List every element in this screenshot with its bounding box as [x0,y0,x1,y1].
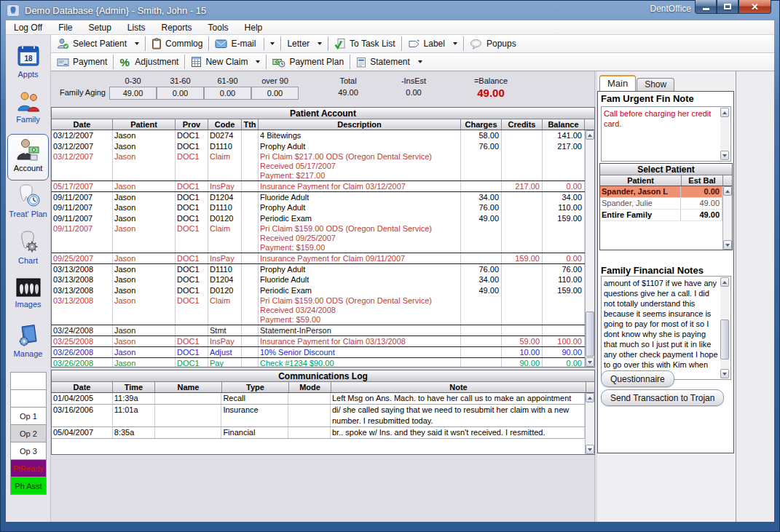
scroll-down-icon[interactable] [586,357,594,367]
column-header-credits[interactable]: Credits [502,119,543,130]
commlog-row[interactable]: 03/16/200611:01aInsurancedi/ she called … [52,405,585,427]
column-header-mode[interactable]: Mode [289,382,331,392]
module-treat-plan[interactable]: Treat' Plan [7,180,49,227]
op-cell-blank[interactable] [10,389,47,408]
maximize-button[interactable] [717,0,738,14]
column-header-date[interactable]: Date [52,382,113,392]
scroll-up-icon[interactable] [586,130,594,140]
scroll-down-icon[interactable] [720,369,729,378]
account-row[interactable]: 09/11/2007JasonDOC1ClaimPri Claim $159.0… [52,224,585,253]
op-cell-ptready[interactable]: PtReady [10,459,47,477]
account-row[interactable]: 03/13/2008JasonDOC1D0120Periodic Exam49.… [52,285,585,296]
scrollbar-thumb[interactable] [720,319,729,360]
menu-log-off[interactable]: Log Off [6,21,50,34]
menu-setup[interactable]: Setup [80,21,119,34]
menu-file[interactable]: File [50,21,80,34]
module-account[interactable]: Account [7,134,49,180]
column-header-patient[interactable]: Patient [600,175,682,186]
account-row[interactable]: 03/25/2008JasonDOC1InsPayInsurance Payme… [52,336,585,346]
label-button[interactable]: Label [402,35,463,52]
menu-help[interactable]: Help [237,21,271,34]
account-row[interactable]: 03/13/2008JasonDOC1D1110Prophy Adult76.0… [52,263,585,274]
select-patient-button[interactable]: Select Patient [51,35,145,52]
column-header-charges[interactable]: Charges [461,119,502,130]
e-mail-button[interactable]: E-mail [209,35,280,52]
select-patient-scrollbar[interactable] [722,186,732,250]
commlog-button[interactable]: Commlog [146,35,208,52]
op-cell-op-2[interactable]: Op 2 [10,424,47,442]
letter-button[interactable]: Letter [281,35,328,52]
urgent-note-box[interactable]: Call before charging her credit card. [601,106,731,162]
account-row[interactable]: 03/24/2008JasonStmtStatement-InPerson [52,325,585,336]
popups-button[interactable]: Popups [464,35,522,52]
column-header-prov[interactable]: Prov [176,119,208,130]
menu-lists[interactable]: Lists [119,21,154,34]
scrollbar-thumb[interactable] [586,311,594,357]
column-header-code[interactable]: Code [208,119,242,130]
patient-row-entire-family[interactable]: Entire Family 49.00 [600,210,722,221]
module-appts[interactable]: 18Appts [7,41,49,87]
commlog-scrollbar[interactable] [585,393,594,454]
account-row[interactable]: 09/25/2007JasonDOC1InsPayInsurance Payme… [52,253,585,263]
op-cell-op-3[interactable]: Op 3 [10,442,47,460]
scroll-up-icon[interactable] [720,108,729,117]
close-button[interactable]: ✕ [738,0,771,14]
adjustment-button[interactable]: %Adjustment [114,53,184,71]
column-header-name[interactable]: Name [155,382,222,392]
new-claim-button[interactable]: New Claim [185,53,266,71]
scroll-up-icon[interactable] [586,393,594,402]
account-row[interactable]: 03/26/2008JasonDOC1PayCheck #1234 $90.00… [52,357,585,367]
account-row[interactable]: 09/11/2007JasonDOC1D1204Fluoride Adult34… [52,191,585,202]
column-header-est-bal[interactable]: Est Bal [682,175,723,186]
minimize-button[interactable] [695,0,717,14]
op-cell-ph-asst[interactable]: Ph Asst [10,477,47,495]
module-images[interactable]: Images [7,274,49,320]
urgent-note-scrollbar[interactable] [720,108,730,160]
dropdown-arrow-icon[interactable] [418,60,422,63]
scroll-down-icon[interactable] [720,151,729,160]
column-header-note[interactable]: Note [331,382,586,392]
account-row[interactable]: 03/26/2008JasonDOC1Adjust10% Senior Disc… [52,346,585,357]
send-transaction-trojan-button[interactable]: Send Transaction to Trojan [601,389,724,406]
scroll-down-icon[interactable] [586,445,594,454]
account-row[interactable]: 03/12/2007JasonDOC1ClaimPri Claim $217.0… [52,152,585,180]
financial-notes-box[interactable]: amount of $1107 if we have any questions… [601,276,731,380]
dropdown-arrow-icon[interactable] [453,42,457,45]
scroll-up-icon[interactable] [720,277,729,287]
column-header-description[interactable]: Description [259,119,461,130]
account-row[interactable]: 09/11/2007JasonDOC1D0120Periodic Exam49.… [52,213,585,224]
column-header-balance[interactable]: Balance [543,119,585,130]
op-cell-blank[interactable] [10,372,47,390]
tab-show[interactable]: Show [637,78,674,91]
patient-row-spander-jason-l[interactable]: Spander, Jason L 0.00 [600,186,722,198]
to-task-list-button[interactable]: To Task List [328,35,401,52]
menu-tools[interactable]: Tools [200,21,237,34]
scroll-up-icon[interactable] [723,186,732,196]
account-scrollbar[interactable] [585,130,594,367]
account-row[interactable]: 03/12/2007JasonDOC1D02744 Bitewings58.00… [52,130,585,141]
payment-plan-button[interactable]: Payment Plan [267,53,350,71]
module-chart[interactable]: Chart [7,227,49,274]
column-header-time[interactable]: Time [113,382,155,392]
commlog-row[interactable]: 05/04/20078:35aFinancialbr.. spoke w/ In… [52,427,585,439]
questionnaire-button[interactable]: Questionnaire [601,370,674,387]
financial-notes-scrollbar[interactable] [720,277,730,378]
column-header-patient[interactable]: Patient [113,119,176,130]
account-row[interactable]: 03/12/2007JasonDOC1D1110Prophy Adult76.0… [52,141,585,152]
account-row[interactable]: 09/11/2007JasonDOC1D1110Prophy Adult76.0… [52,202,585,213]
payment-button[interactable]: Payment [51,53,113,71]
column-header-type[interactable]: Type [222,382,289,392]
op-cell-op-1[interactable]: Op 1 [10,407,47,425]
commlog-row[interactable]: 01/04/200511:39aRecallLeft Msg on Ans. M… [52,393,585,405]
account-row[interactable]: 03/13/2008JasonDOC1D1204Fluoride Adult34… [52,274,585,285]
statement-button[interactable]: Statement [350,53,428,71]
column-header-date[interactable]: Date [52,119,113,130]
scroll-down-icon[interactable] [723,240,732,250]
dropdown-arrow-icon[interactable] [270,42,275,45]
column-header-tth[interactable]: Tth [242,119,259,130]
tab-main[interactable]: Main [599,75,636,91]
dropdown-arrow-icon[interactable] [318,42,322,45]
account-row[interactable]: 03/13/2008JasonDOC1ClaimPri Claim $159.0… [52,296,585,325]
patient-row-spander-julie[interactable]: Spander, Julie 49.00 [600,198,722,210]
dropdown-arrow-icon[interactable] [135,42,139,45]
